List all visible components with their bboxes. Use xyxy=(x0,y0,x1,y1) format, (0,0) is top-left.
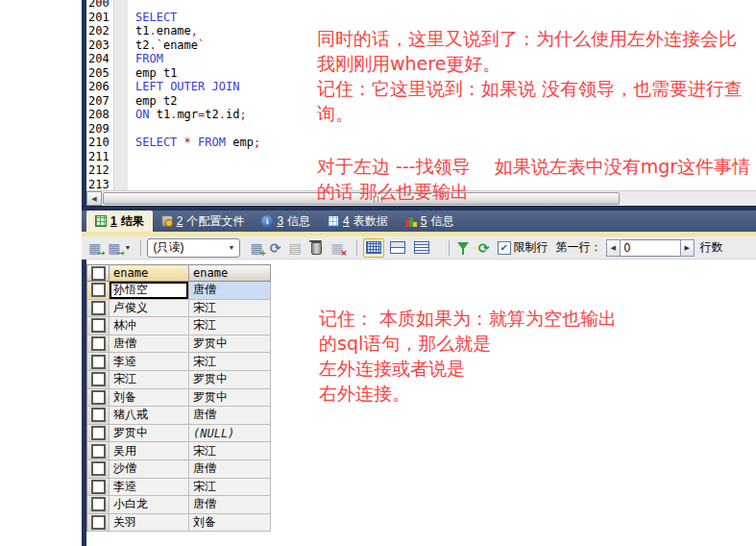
row-checkbox[interactable] xyxy=(87,371,110,389)
filter-icon[interactable] xyxy=(457,242,469,250)
row-checkbox[interactable] xyxy=(87,442,110,460)
info-icon: i xyxy=(261,215,273,227)
code-line[interactable]: 201SELECT xyxy=(86,11,756,25)
table-row[interactable]: 林冲宋江 xyxy=(87,317,271,335)
grid-cell[interactable]: 唐僧 xyxy=(189,407,271,425)
row-checkbox[interactable] xyxy=(87,335,110,354)
sql-ide-window: 200201SELECT202t1.ename,203t2.`ename`204… xyxy=(0,0,756,546)
grid-cell[interactable]: 关羽 xyxy=(110,514,189,533)
code-line[interactable]: 210SELECT * FROM emp; xyxy=(86,136,756,150)
grid-cell[interactable]: 宋江 xyxy=(189,317,271,335)
table-row[interactable]: 李逵宋江 xyxy=(87,479,271,497)
column-header-ename-2[interactable]: ename xyxy=(189,265,271,282)
row-checkbox[interactable] xyxy=(87,496,110,514)
export-grid-icon[interactable]: ▦→ xyxy=(108,241,120,255)
row-checkbox[interactable] xyxy=(87,407,110,425)
line-number: 209 xyxy=(86,122,113,136)
grid-cell[interactable]: 刘备 xyxy=(189,514,271,533)
grid-cell[interactable]: 刘备 xyxy=(110,389,189,408)
line-number: 213 xyxy=(86,178,113,191)
row-checkbox[interactable] xyxy=(87,353,110,371)
select-all-checkbox[interactable] xyxy=(87,265,110,282)
grid-cell[interactable]: 宋江 xyxy=(110,371,189,389)
grid-cell[interactable]: 罗贯中 xyxy=(189,371,271,389)
table-row[interactable]: 卢俊义宋江 xyxy=(87,300,271,318)
apply-changes-icon[interactable]: ⟳ xyxy=(270,240,281,256)
tab-messages[interactable]: i3信息 xyxy=(253,211,319,232)
refresh-icon[interactable]: ⟳ xyxy=(478,240,490,256)
import-grid-icon[interactable]: ▦→ xyxy=(88,241,101,255)
grid-cell[interactable]: 唐僧 xyxy=(189,496,271,514)
tab-profiles[interactable]: 2个配置文件 xyxy=(153,211,254,232)
row-checkbox[interactable] xyxy=(87,460,110,479)
fold-margin xyxy=(113,178,128,191)
first-row-decrement-button[interactable]: ◀ xyxy=(606,239,621,257)
row-checkbox[interactable] xyxy=(87,282,110,300)
tab-status[interactable]: 5信息 xyxy=(397,211,463,232)
grid-cell[interactable]: 宋江 xyxy=(189,479,271,497)
add-record-icon[interactable]: ▦+ xyxy=(250,241,262,255)
table-row[interactable]: 唐僧罗贯中 xyxy=(87,335,271,354)
tab-label: 结果 xyxy=(121,213,144,230)
grid-cell[interactable]: 猪八戒 xyxy=(110,407,189,425)
table-row[interactable]: 孙悟空唐僧 xyxy=(87,282,271,300)
table-row[interactable]: 猪八戒唐僧 xyxy=(87,407,271,425)
table-row[interactable]: 宋江罗贯中 xyxy=(87,371,271,389)
toolbar-separator xyxy=(140,240,141,256)
grid-cell[interactable]: 宋江 xyxy=(189,353,271,371)
code-line[interactable]: 200 xyxy=(86,0,756,11)
grid-cell[interactable]: 孙悟空 xyxy=(110,282,189,300)
grid-cell[interactable]: 唐僧 xyxy=(189,282,271,300)
row-checkbox[interactable] xyxy=(87,514,110,533)
toolbar-separator xyxy=(449,240,450,256)
readonly-select[interactable]: (只读) ▼ xyxy=(147,238,240,258)
column-header-ename-1[interactable]: ename xyxy=(110,265,189,282)
checkbox-icon xyxy=(91,266,106,281)
grid-cell[interactable]: 林冲 xyxy=(110,317,189,335)
grid-cell[interactable]: 宋江 xyxy=(189,300,271,318)
tab-accelerator: 4 xyxy=(343,214,350,228)
grid-cell[interactable]: 小白龙 xyxy=(110,496,189,514)
tab-results[interactable]: 1结果 xyxy=(86,211,153,232)
table-row[interactable]: 关羽刘备 xyxy=(87,514,271,533)
row-checkbox[interactable] xyxy=(87,479,110,497)
grid-cell[interactable]: 罗贯中 xyxy=(189,335,271,354)
row-checkbox[interactable] xyxy=(87,389,110,408)
export-dropdown-icon[interactable]: ▼ xyxy=(124,244,131,251)
row-checkbox[interactable] xyxy=(87,300,110,318)
limit-rows-checkbox[interactable]: ✔ xyxy=(498,241,511,255)
grid-cell[interactable]: 卢俊义 xyxy=(110,300,189,318)
table-row[interactable]: 李逵宋江 xyxy=(87,353,271,371)
grid-cell[interactable]: 罗贯中 xyxy=(110,425,189,443)
table-row[interactable]: 小白龙唐僧 xyxy=(87,496,271,514)
row-checkbox[interactable] xyxy=(87,425,110,443)
table-row[interactable]: 沙僧唐僧 xyxy=(87,460,271,479)
result-tab-bar: 1结果2个配置文件i3信息4表数据5信息 xyxy=(82,211,756,232)
grid-cell[interactable]: 李逵 xyxy=(110,479,189,497)
table-row[interactable]: 刘备罗贯中 xyxy=(87,389,271,408)
scroll-left-button[interactable]: ◀ xyxy=(86,191,102,206)
grid-cell[interactable]: (NULL) xyxy=(189,425,271,443)
form-view-button[interactable] xyxy=(387,238,408,258)
table-row[interactable]: 吴用宋江 xyxy=(87,442,271,460)
grid-cell[interactable]: 宋江 xyxy=(189,442,271,460)
grid-cell[interactable]: 唐僧 xyxy=(189,460,271,479)
row-checkbox[interactable] xyxy=(87,317,110,335)
grid-cell[interactable]: 罗贯中 xyxy=(189,389,271,408)
grid-cell[interactable]: 吴用 xyxy=(110,442,189,460)
grid-cell[interactable]: 唐僧 xyxy=(110,335,189,354)
table-row[interactable]: 罗贯中(NULL) xyxy=(87,425,271,443)
delete-record-icon[interactable] xyxy=(311,242,322,255)
fold-margin xyxy=(113,38,128,53)
tab-table-data[interactable]: 4表数据 xyxy=(319,211,397,232)
first-row-input[interactable] xyxy=(621,239,680,257)
save-icon[interactable]: ▤ xyxy=(288,240,301,256)
text-view-button[interactable] xyxy=(411,238,432,258)
first-row-increment-button[interactable]: ▶ xyxy=(680,239,695,257)
cancel-changes-icon[interactable]: ▦× xyxy=(331,241,344,255)
grid-cell[interactable]: 李逵 xyxy=(110,353,189,371)
grid-cell[interactable]: 沙僧 xyxy=(110,460,189,479)
code-text: SELECT xyxy=(128,11,177,25)
line-number: 211 xyxy=(86,150,113,164)
grid-view-button[interactable] xyxy=(363,238,384,258)
